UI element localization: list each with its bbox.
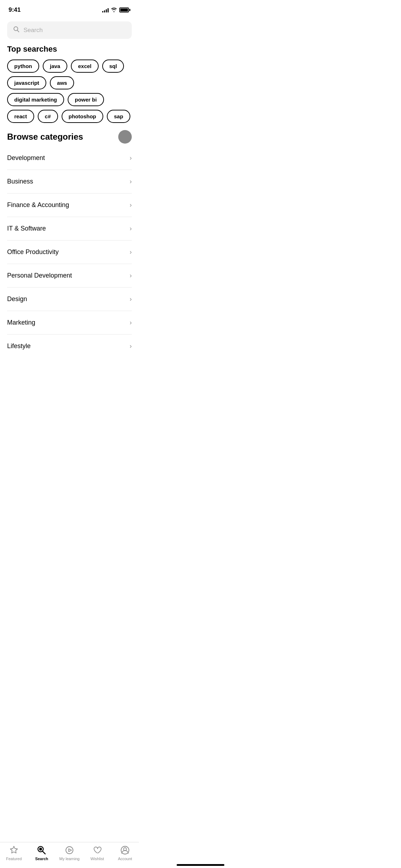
tag-aws[interactable]: aws [50,76,74,89]
tag-photoshop[interactable]: photoshop [62,110,103,123]
top-searches-title: Top searches [7,45,132,54]
category-item-design[interactable]: Design› [7,288,132,311]
top-searches-section: Top searches pythonjavaexcelsqljavascrip… [0,45,139,123]
tag-digital-marketing[interactable]: digital marketing [7,93,64,106]
svg-line-1 [17,30,19,32]
browse-dot-decoration [118,130,132,144]
signal-icon [102,7,109,12]
search-input[interactable]: Search [7,21,132,39]
category-label: Finance & Accounting [7,201,69,209]
browse-header: Browse categories [7,130,132,144]
category-item-office-productivity[interactable]: Office Productivity› [7,241,132,264]
wifi-icon [111,7,117,13]
category-item-development[interactable]: Development› [7,146,132,170]
category-label: Design [7,295,27,303]
category-item-finance-accounting[interactable]: Finance & Accounting› [7,193,132,217]
browse-categories-title: Browse categories [7,132,83,142]
battery-icon [119,7,130,12]
chevron-right-icon: › [130,272,132,279]
search-bar-container: Search [0,18,139,45]
category-label: Lifestyle [7,342,31,350]
category-item-it-software[interactable]: IT & Software› [7,217,132,241]
tag-c#[interactable]: c# [38,110,58,123]
status-time: 9:41 [9,6,21,14]
status-icons [102,7,130,13]
tag-python[interactable]: python [7,60,39,73]
category-label: Personal Development [7,272,72,279]
chevron-right-icon: › [130,342,132,350]
browse-categories-section: Browse categories Development›Business›F… [0,130,139,358]
tag-power-bi[interactable]: power bi [68,93,104,106]
chevron-right-icon: › [130,154,132,162]
category-label: Business [7,178,33,185]
search-icon [13,26,20,35]
category-item-marketing[interactable]: Marketing› [7,311,132,335]
chevron-right-icon: › [130,201,132,209]
category-list: Development›Business›Finance & Accountin… [7,146,132,358]
chevron-right-icon: › [130,295,132,303]
category-label: IT & Software [7,225,46,232]
tag-excel[interactable]: excel [71,60,99,73]
tag-java[interactable]: java [43,60,67,73]
tag-javascript[interactable]: javascript [7,76,46,89]
category-item-personal-development[interactable]: Personal Development› [7,264,132,288]
chevron-right-icon: › [130,248,132,256]
category-label: Development [7,154,45,162]
category-label: Marketing [7,319,35,326]
tag-react[interactable]: react [7,110,34,123]
chevron-right-icon: › [130,319,132,326]
chevron-right-icon: › [130,178,132,185]
tag-sql[interactable]: sql [102,60,124,73]
category-label: Office Productivity [7,248,59,256]
chevron-right-icon: › [130,225,132,232]
search-placeholder: Search [24,27,126,34]
tag-sap[interactable]: sap [107,110,130,123]
category-item-business[interactable]: Business› [7,170,132,193]
tags-container: pythonjavaexcelsqljavascriptawsdigital m… [7,60,132,123]
category-item-lifestyle[interactable]: Lifestyle› [7,335,132,358]
status-bar: 9:41 [0,0,139,18]
